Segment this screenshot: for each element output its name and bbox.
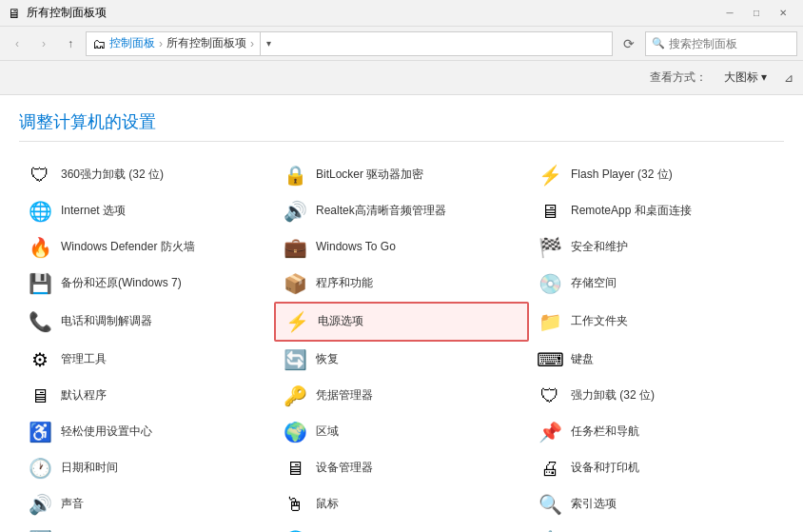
toolbar: 查看方式： 大图标 ▾ ⊿ bbox=[0, 61, 803, 95]
control-item[interactable]: 💾备份和还原(Windows 7) bbox=[19, 266, 274, 302]
item-icon: ⚙ bbox=[27, 346, 53, 373]
control-item[interactable]: 🕐日期和时间 bbox=[19, 450, 274, 486]
control-item[interactable]: 🖨设备和打印机 bbox=[529, 450, 784, 486]
item-icon: 📌 bbox=[537, 419, 563, 445]
item-icon: 📦 bbox=[282, 270, 308, 297]
control-item[interactable]: 🔑凭据管理器 bbox=[274, 378, 529, 414]
control-item[interactable]: 🖥设备管理器 bbox=[274, 450, 529, 486]
control-item[interactable]: 🔍索引选项 bbox=[529, 486, 784, 522]
close-button[interactable]: ✕ bbox=[771, 4, 795, 23]
item-icon: 💼 bbox=[282, 234, 308, 261]
control-item[interactable]: 🌐网络和共享中心 bbox=[274, 522, 529, 532]
title-bar-controls: ─ □ ✕ bbox=[717, 4, 795, 23]
item-label: 管理工具 bbox=[61, 352, 107, 367]
item-icon: 🔄 bbox=[27, 527, 53, 532]
control-item[interactable]: 🔊Realtek高清晰音频管理器 bbox=[274, 193, 529, 229]
item-label: Internet 选项 bbox=[61, 204, 126, 219]
control-item[interactable]: ⌨键盘 bbox=[529, 342, 784, 378]
control-item[interactable]: 🔄恢复 bbox=[274, 342, 529, 378]
item-icon: 📁 bbox=[537, 308, 563, 335]
control-item[interactable]: 📋文件历史记录 bbox=[529, 522, 784, 532]
minimize-button[interactable]: ─ bbox=[717, 4, 742, 23]
item-icon: 🖥 bbox=[27, 383, 53, 409]
item-icon: 📋 bbox=[537, 527, 563, 532]
search-box: 🔍 bbox=[645, 31, 797, 56]
item-label: 程序和功能 bbox=[316, 276, 373, 291]
control-item[interactable]: 📁工作文件夹 bbox=[529, 302, 784, 342]
control-item[interactable]: 🌐Internet 选项 bbox=[19, 193, 274, 229]
control-item[interactable]: 🛡360强力卸载 (32 位) bbox=[19, 157, 274, 193]
item-icon: 🔊 bbox=[27, 491, 53, 518]
forward-button[interactable]: › bbox=[32, 32, 55, 55]
address-dropdown[interactable]: ▾ bbox=[260, 31, 277, 56]
item-label: 凭据管理器 bbox=[316, 388, 373, 404]
item-icon: 🖥 bbox=[282, 455, 308, 482]
control-item[interactable]: 🔒BitLocker 驱动器加密 bbox=[274, 157, 529, 193]
item-icon: 💿 bbox=[537, 270, 563, 297]
item-icon: 🌐 bbox=[282, 527, 308, 532]
item-label: 恢复 bbox=[316, 352, 339, 367]
main-content: 调整计算机的设置 🛡360强力卸载 (32 位)🔒BitLocker 驱动器加密… bbox=[0, 95, 803, 532]
page-title: 调整计算机的设置 bbox=[19, 110, 156, 133]
control-item[interactable]: ⚡Flash Player (32 位) bbox=[529, 157, 784, 193]
item-icon: 🛡 bbox=[27, 162, 53, 188]
item-label: 电源选项 bbox=[318, 314, 363, 329]
item-label: 索引选项 bbox=[571, 497, 617, 512]
control-item[interactable]: 🌍区域 bbox=[274, 414, 529, 450]
item-icon: 🕐 bbox=[27, 455, 53, 482]
control-item[interactable]: 🖱鼠标 bbox=[274, 486, 529, 522]
item-icon: 🔑 bbox=[282, 383, 308, 409]
up-button[interactable]: ↑ bbox=[59, 32, 82, 55]
control-item[interactable]: 💼Windows To Go bbox=[274, 229, 529, 266]
item-icon: 🖨 bbox=[537, 455, 563, 482]
control-item[interactable]: 🖥默认程序 bbox=[19, 378, 274, 414]
item-label: 工作文件夹 bbox=[571, 314, 628, 329]
item-label: 安全和维护 bbox=[571, 240, 628, 255]
control-item[interactable]: ♿轻松使用设置中心 bbox=[19, 414, 274, 450]
control-item[interactable]: ⚡电源选项 bbox=[274, 302, 529, 342]
item-label: 360强力卸载 (32 位) bbox=[61, 167, 164, 183]
item-label: Realtek高清晰音频管理器 bbox=[316, 204, 446, 219]
header-row: 调整计算机的设置 bbox=[19, 110, 784, 142]
breadcrumb-item-2[interactable]: 所有控制面板项 bbox=[166, 35, 246, 51]
item-label: 区域 bbox=[316, 424, 339, 440]
address-box: 🗂 控制面板 › 所有控制面板项 › ▾ bbox=[86, 31, 613, 56]
item-icon: ⚡ bbox=[284, 308, 310, 335]
item-icon: 🌐 bbox=[27, 198, 53, 225]
back-button[interactable]: ‹ bbox=[6, 32, 29, 55]
control-item[interactable]: 📦程序和功能 bbox=[274, 266, 529, 302]
control-item[interactable]: 🔊声音 bbox=[19, 486, 274, 522]
control-item[interactable]: 🛡强力卸载 (32 位) bbox=[529, 378, 784, 414]
control-item[interactable]: 📞电话和调制解调器 bbox=[19, 302, 274, 342]
title-bar-text: 所有控制面板项 bbox=[27, 5, 107, 21]
control-item[interactable]: 🏁安全和维护 bbox=[529, 229, 784, 266]
item-icon: 🔊 bbox=[282, 198, 308, 225]
item-label: Flash Player (32 位) bbox=[571, 167, 673, 183]
control-item[interactable]: 💿存储空间 bbox=[529, 266, 784, 302]
item-label: 任务栏和导航 bbox=[571, 424, 639, 440]
item-icon: ♿ bbox=[27, 419, 53, 445]
item-icon: 🖱 bbox=[282, 491, 308, 518]
control-item[interactable]: 🔄同步中心 bbox=[19, 522, 274, 532]
search-input[interactable] bbox=[669, 37, 803, 50]
item-label: Windows To Go bbox=[316, 240, 396, 255]
item-icon: 📞 bbox=[27, 308, 53, 335]
item-label: 声音 bbox=[61, 497, 84, 512]
item-icon: 🌍 bbox=[282, 419, 308, 445]
refresh-button[interactable]: ⟳ bbox=[617, 31, 641, 56]
item-label: 强力卸载 (32 位) bbox=[571, 388, 655, 404]
breadcrumb-item-1[interactable]: 控制面板 bbox=[109, 35, 155, 51]
item-icon: 🛡 bbox=[537, 383, 563, 409]
control-item[interactable]: 🔥Windows Defender 防火墙 bbox=[19, 229, 274, 266]
control-item[interactable]: 📌任务栏和导航 bbox=[529, 414, 784, 450]
control-item[interactable]: ⚙管理工具 bbox=[19, 342, 274, 378]
item-label: 日期和时间 bbox=[61, 461, 118, 476]
maximize-button[interactable]: □ bbox=[744, 4, 769, 23]
control-item[interactable]: 🖥RemoteApp 和桌面连接 bbox=[529, 193, 784, 229]
breadcrumb: 控制面板 › 所有控制面板项 › bbox=[109, 35, 256, 51]
view-mode-label: 查看方式： bbox=[650, 69, 707, 86]
address-bar: ‹ › ↑ 🗂 控制面板 › 所有控制面板项 › ▾ ⟳ 🔍 bbox=[0, 27, 803, 61]
item-icon: 🔒 bbox=[282, 162, 308, 188]
view-type-button[interactable]: 大图标 ▾ bbox=[715, 65, 776, 91]
item-icon: ⌨ bbox=[537, 346, 563, 373]
